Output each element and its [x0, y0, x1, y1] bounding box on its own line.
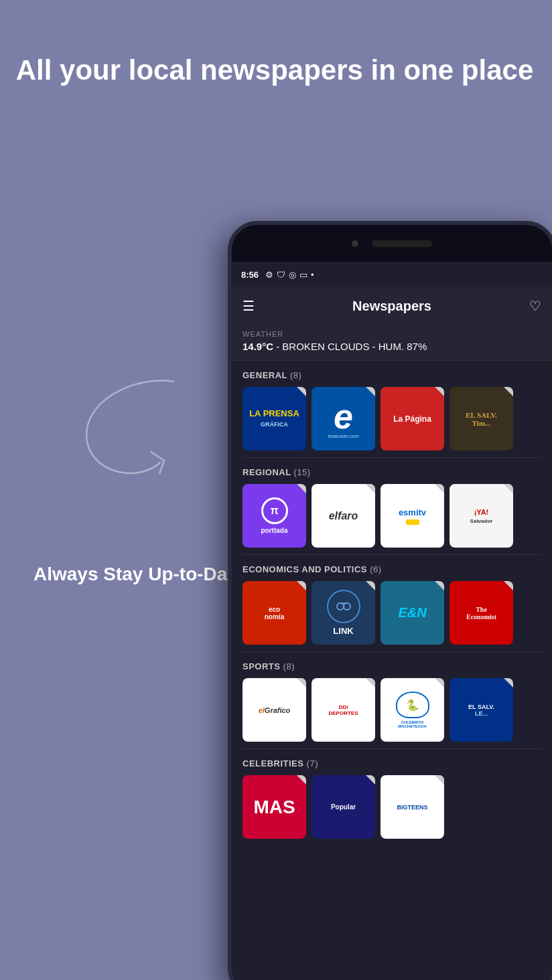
category-sports-count: (8) — [283, 661, 295, 671]
side-caption: Always Stay Up-to-Date — [33, 562, 244, 586]
category-celebrities: CELEBRITIES (7) MAS Popular — [232, 749, 552, 845]
newspaper-porttada[interactable]: π porttada — [243, 484, 306, 548]
newspaper-times[interactable]: EL SALV.Tim... — [450, 387, 513, 451]
phone-speaker — [372, 240, 432, 247]
app-title: Newspapers — [352, 299, 431, 314]
category-economics-title: ECONOMICS AND POLITICS (6) — [243, 564, 541, 574]
shield-icon: 🛡 — [277, 270, 285, 280]
weather-condition: - BROKEN CLOUDS - HUM. — [276, 341, 407, 352]
hero-title: All your local newspapers in one place — [0, 54, 549, 87]
newspaper-economia[interactable]: economía — [243, 581, 306, 645]
newspaper-en[interactable]: E&N — [381, 581, 444, 645]
general-grid: LA PRENSAGRÁFICA e elsalvador.com La Pág — [243, 387, 541, 451]
weather-temperature: 14.9°C — [243, 341, 273, 352]
category-sports: SPORTS (8) elGrafico DDIDEPORTES — [232, 652, 552, 748]
weather-info: 14.9°C - BROKEN CLOUDS - HUM. 87% — [243, 341, 541, 352]
category-general-title: GENERAL (8) — [243, 370, 541, 380]
newspaper-esmitv[interactable]: esmitv — [381, 484, 444, 548]
newspaper-economist[interactable]: TheEconomist — [450, 581, 513, 645]
status-bar: 8:56 ⚙ 🛡 ◎ ▭ • — [232, 262, 552, 287]
category-sports-title: SPORTS (8) — [243, 661, 541, 671]
status-time: 8:56 — [241, 270, 259, 280]
newspaper-link[interactable]: LINK — [312, 581, 375, 645]
newspaper-wad[interactable]: ¡YA!Salvador — [450, 484, 513, 548]
newspaper-elgrafico[interactable]: elGrafico — [243, 678, 306, 742]
category-economics: ECONOMICS AND POLITICS (6) economía — [232, 555, 552, 651]
weather-label: WEATHER — [243, 330, 541, 338]
signal-icon: ◎ — [289, 270, 296, 280]
arrow-decoration — [54, 361, 201, 495]
status-icons: ⚙ 🛡 ◎ ▭ • — [265, 270, 314, 280]
weather-section: WEATHER 14.9°C - BROKEN CLOUDS - HUM. 87… — [232, 325, 552, 361]
weather-humidity: 87% — [407, 341, 427, 352]
newspaper-deportes[interactable]: DDIDEPORTES — [312, 678, 375, 742]
svg-point-0 — [337, 603, 344, 610]
category-economics-count: (6) — [370, 564, 381, 574]
phone-frame: 8:56 ⚙ 🛡 ◎ ▭ • ☰ Newspapers ♡ WEATHER 14… — [228, 221, 552, 980]
app-content: ☰ Newspapers ♡ WEATHER 14.9°C - BROKEN C… — [232, 287, 552, 980]
menu-icon[interactable]: ☰ — [243, 298, 255, 314]
category-regional-title: REGIONAL (15) — [243, 467, 541, 477]
svg-point-1 — [344, 603, 350, 610]
sports-grid: elGrafico DDIDEPORTES — [243, 678, 541, 742]
newspaper-elsalvsport[interactable]: EL SALV.LE... — [450, 678, 513, 742]
app-header: ☰ Newspapers ♡ — [232, 287, 552, 325]
newspaper-laprensa[interactable]: LA PRENSAGRÁFICA — [243, 387, 306, 451]
category-regional-count: (15) — [294, 467, 311, 477]
battery-icon: ▭ — [299, 270, 307, 280]
newspaper-popular[interactable]: Popular — [312, 775, 375, 839]
category-celebrities-count: (7) — [307, 758, 318, 768]
settings-icon: ⚙ — [265, 270, 273, 280]
dot-icon: • — [311, 270, 314, 280]
categories-container[interactable]: GENERAL (8) LA PRENSAGRÁFICA e elsa — [232, 361, 552, 980]
celebrities-grid: MAS Popular BIGTEENS — [243, 775, 541, 839]
newspaper-elsalvador[interactable]: e elsalvador.com — [312, 387, 375, 451]
economics-grid: economía — [243, 581, 541, 645]
phone-notch — [232, 225, 552, 262]
category-regional: REGIONAL (15) π porttada — [232, 458, 552, 554]
category-general: GENERAL (8) LA PRENSAGRÁFICA e elsa — [232, 361, 552, 457]
newspaper-culebrita[interactable]: 🐍 CULEBRITAMACHETEADA — [381, 678, 444, 742]
newspaper-elfaro[interactable]: elfaro — [312, 484, 375, 548]
newspaper-bigteens[interactable]: BIGTEENS — [381, 775, 444, 839]
category-general-count: (8) — [290, 370, 301, 380]
regional-grid: π porttada elfaro esmitv — [243, 484, 541, 548]
camera-dot — [352, 240, 358, 247]
heart-icon[interactable]: ♡ — [529, 298, 541, 314]
newspaper-mas[interactable]: MAS — [243, 775, 306, 839]
newspaper-lapagina[interactable]: La Página — [381, 387, 444, 451]
category-celebrities-title: CELEBRITIES (7) — [243, 758, 541, 768]
